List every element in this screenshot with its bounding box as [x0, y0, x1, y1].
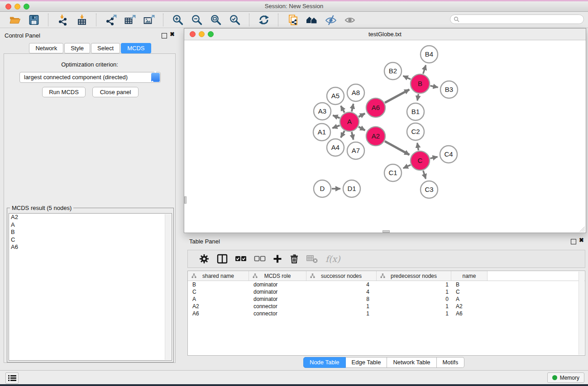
edge-A-A2[interactable] — [359, 127, 365, 130]
edge-A-A3[interactable] — [333, 115, 339, 118]
edge-B-B2[interactable] — [403, 76, 411, 80]
bottom-edge-grip[interactable] — [382, 230, 390, 233]
control-tab-style[interactable]: Style — [64, 43, 90, 53]
cell-MCDS-role[interactable]: connector — [249, 310, 306, 317]
float-panel-icon[interactable] — [162, 33, 167, 38]
close-panel-button[interactable]: Close panel — [92, 87, 139, 97]
cell-name[interactable]: A6 — [451, 310, 488, 317]
edge-C-C1[interactable] — [403, 165, 411, 168]
export-image-button[interactable] — [141, 13, 157, 27]
mcds-result-item[interactable]: B — [9, 229, 172, 236]
edge-A-A5[interactable] — [341, 106, 344, 113]
cell-shared-name[interactable]: A2 — [188, 303, 249, 310]
edge-C-C4[interactable] — [430, 157, 437, 158]
edge-A-A8[interactable] — [352, 104, 354, 111]
left-edge-grip[interactable] — [184, 196, 186, 204]
cell-MCDS-role[interactable]: dominator — [249, 281, 306, 288]
new-network-from-selection-button[interactable] — [285, 13, 301, 27]
cell-MCDS-role[interactable]: dominator — [249, 296, 306, 302]
export-network-button[interactable] — [103, 13, 119, 27]
function-builder-button[interactable]: f(x) — [325, 252, 340, 266]
cell-predecessor-nodes[interactable]: 1 — [377, 281, 451, 288]
zoom-selected-button[interactable] — [227, 13, 243, 27]
cell-predecessor-nodes[interactable]: 1 — [377, 310, 451, 317]
edge-C-C2[interactable] — [417, 143, 419, 151]
save-session-button[interactable] — [26, 13, 42, 27]
edge-C-C3[interactable] — [423, 171, 426, 179]
hide-selected-button[interactable] — [323, 13, 339, 27]
cell-successor-nodes[interactable]: 1 — [306, 310, 377, 317]
close-panel-icon[interactable]: ✖ — [170, 31, 175, 38]
cell-shared-name[interactable]: A6 — [188, 310, 249, 317]
first-neighbors-button[interactable] — [304, 13, 320, 27]
cell-MCDS-role[interactable]: dominator — [249, 289, 306, 295]
network-canvas[interactable]: B4B2BB3A8A5A6A3B1AC2A1A2A4A7C4CC1DD1C3 — [184, 40, 586, 233]
edge-A-A6[interactable] — [359, 114, 365, 117]
node-table[interactable]: shared nameMCDS rolesuccessor nodesprede… — [187, 271, 585, 356]
cell-shared-name[interactable]: B — [188, 281, 249, 288]
mcds-result-item[interactable]: A6 — [9, 243, 172, 251]
fit-content-button[interactable] — [208, 13, 224, 27]
control-tab-select[interactable]: Select — [91, 43, 120, 53]
result-scrollbar[interactable] — [165, 214, 171, 360]
edge-A-A4[interactable] — [341, 131, 344, 138]
edge-A6-B[interactable] — [385, 90, 409, 103]
tab-motifs[interactable]: Motifs — [437, 357, 465, 368]
select-all-button[interactable] — [235, 252, 247, 266]
open-session-button[interactable] — [7, 13, 23, 27]
tab-node-table[interactable]: Node Table — [303, 357, 346, 368]
edge-A-A7[interactable] — [352, 132, 354, 139]
cell-predecessor-nodes[interactable]: 0 — [377, 296, 451, 302]
edge-B-B3[interactable] — [430, 86, 438, 87]
refresh-button[interactable] — [256, 13, 272, 27]
criterion-select[interactable]: largest connected component (directed) — [19, 72, 161, 83]
table-row[interactable]: A2connector11A2 — [188, 303, 585, 310]
deselect-all-button[interactable] — [254, 252, 266, 266]
mcds-result-list[interactable]: A2ABCA6 — [9, 213, 172, 361]
mcds-result-item[interactable]: C — [9, 236, 172, 244]
cell-name[interactable]: C — [451, 289, 488, 295]
delete-table-button[interactable] — [306, 252, 318, 266]
close-table-panel-icon[interactable]: ✖ — [579, 237, 584, 243]
edge-B-B4[interactable] — [423, 65, 426, 74]
import-network-button[interactable] — [55, 13, 71, 27]
float-table-panel-icon[interactable] — [571, 239, 576, 244]
cell-name[interactable]: A2 — [451, 303, 488, 310]
table-scrollbar[interactable] — [578, 272, 584, 355]
table-options-button[interactable] — [199, 252, 210, 266]
table-row[interactable]: A6connector11A6 — [188, 310, 585, 317]
tab-network-table[interactable]: Network Table — [387, 357, 436, 368]
zoom-out-button[interactable] — [189, 13, 205, 27]
table-row[interactable]: Cdominator41C — [188, 288, 585, 295]
cell-successor-nodes[interactable]: 4 — [306, 289, 377, 295]
network-window-titlebar[interactable]: testGlobe.txt — [184, 29, 586, 40]
cell-successor-nodes[interactable]: 8 — [306, 296, 377, 302]
show-columns-button[interactable] — [217, 252, 228, 266]
tab-edge-table[interactable]: Edge Table — [346, 357, 387, 368]
zoom-in-button[interactable] — [170, 13, 186, 27]
cell-MCDS-role[interactable]: connector — [249, 303, 306, 310]
edge-A2-C[interactable] — [385, 141, 409, 155]
mcds-result-item[interactable]: A2 — [9, 214, 172, 221]
run-mcds-button[interactable]: Run MCDS — [42, 87, 86, 97]
cell-predecessor-nodes[interactable]: 1 — [377, 289, 451, 295]
search-box[interactable] — [450, 14, 584, 24]
table-row[interactable]: Adominator80A — [188, 295, 585, 303]
search-input[interactable] — [462, 16, 577, 23]
column-header-name[interactable]: name — [451, 271, 488, 281]
memory-button[interactable]: Memory — [547, 372, 584, 383]
add-column-button[interactable] — [273, 252, 282, 266]
resize-grip-icon[interactable] — [578, 225, 585, 232]
import-table-button[interactable] — [74, 13, 90, 27]
edge-A-A1[interactable] — [332, 125, 339, 128]
column-header-MCDS-role[interactable]: MCDS role — [249, 271, 306, 281]
cell-predecessor-nodes[interactable]: 1 — [377, 303, 451, 310]
column-header-successor-nodes[interactable]: successor nodes — [306, 271, 377, 281]
cell-name[interactable]: A — [451, 296, 488, 302]
export-table-button[interactable] — [122, 13, 138, 27]
cell-name[interactable]: B — [451, 281, 488, 288]
table-row[interactable]: Bdominator41B — [188, 281, 585, 288]
task-history-button[interactable] — [5, 372, 19, 384]
control-tab-network[interactable]: Network — [29, 43, 63, 53]
cell-shared-name[interactable]: C — [188, 289, 249, 295]
